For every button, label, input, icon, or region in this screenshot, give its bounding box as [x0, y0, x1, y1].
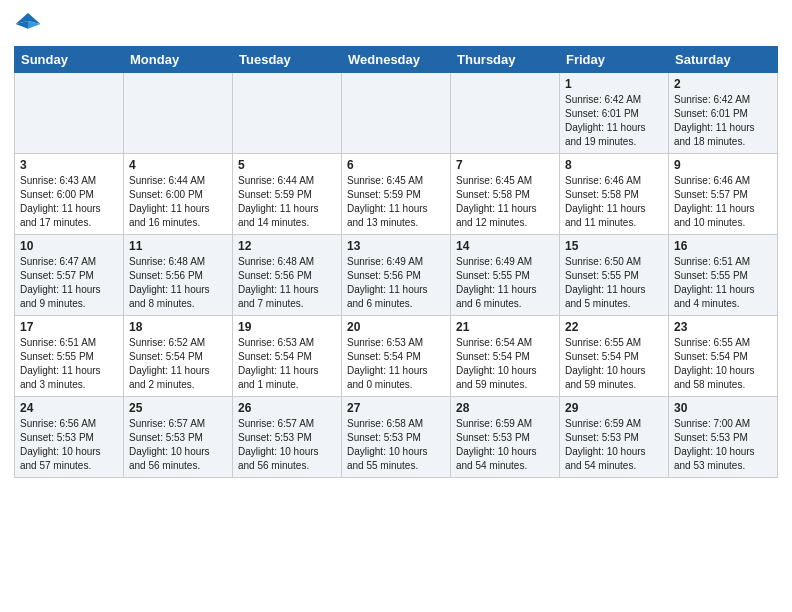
calendar-table: SundayMondayTuesdayWednesdayThursdayFrid…	[14, 46, 778, 478]
day-number: 14	[456, 239, 554, 253]
weekday-header-row: SundayMondayTuesdayWednesdayThursdayFrid…	[15, 47, 778, 73]
day-number: 23	[674, 320, 772, 334]
calendar-cell: 30Sunrise: 7:00 AM Sunset: 5:53 PM Dayli…	[669, 397, 778, 478]
calendar-cell	[233, 73, 342, 154]
calendar-cell: 2Sunrise: 6:42 AM Sunset: 6:01 PM Daylig…	[669, 73, 778, 154]
day-number: 3	[20, 158, 118, 172]
calendar-cell: 18Sunrise: 6:52 AM Sunset: 5:54 PM Dayli…	[124, 316, 233, 397]
calendar-cell: 23Sunrise: 6:55 AM Sunset: 5:54 PM Dayli…	[669, 316, 778, 397]
day-number: 16	[674, 239, 772, 253]
day-info: Sunrise: 6:48 AM Sunset: 5:56 PM Dayligh…	[238, 255, 336, 311]
day-number: 12	[238, 239, 336, 253]
day-info: Sunrise: 6:52 AM Sunset: 5:54 PM Dayligh…	[129, 336, 227, 392]
calendar-cell: 1Sunrise: 6:42 AM Sunset: 6:01 PM Daylig…	[560, 73, 669, 154]
calendar-cell: 12Sunrise: 6:48 AM Sunset: 5:56 PM Dayli…	[233, 235, 342, 316]
day-number: 18	[129, 320, 227, 334]
week-row-4: 17Sunrise: 6:51 AM Sunset: 5:55 PM Dayli…	[15, 316, 778, 397]
day-number: 27	[347, 401, 445, 415]
day-info: Sunrise: 6:42 AM Sunset: 6:01 PM Dayligh…	[565, 93, 663, 149]
week-row-5: 24Sunrise: 6:56 AM Sunset: 5:53 PM Dayli…	[15, 397, 778, 478]
day-info: Sunrise: 6:51 AM Sunset: 5:55 PM Dayligh…	[20, 336, 118, 392]
week-row-3: 10Sunrise: 6:47 AM Sunset: 5:57 PM Dayli…	[15, 235, 778, 316]
day-info: Sunrise: 6:42 AM Sunset: 6:01 PM Dayligh…	[674, 93, 772, 149]
logo-icon	[14, 10, 42, 38]
calendar-cell	[124, 73, 233, 154]
weekday-saturday: Saturday	[669, 47, 778, 73]
day-info: Sunrise: 6:59 AM Sunset: 5:53 PM Dayligh…	[565, 417, 663, 473]
day-info: Sunrise: 7:00 AM Sunset: 5:53 PM Dayligh…	[674, 417, 772, 473]
calendar-cell: 10Sunrise: 6:47 AM Sunset: 5:57 PM Dayli…	[15, 235, 124, 316]
day-info: Sunrise: 6:46 AM Sunset: 5:57 PM Dayligh…	[674, 174, 772, 230]
day-info: Sunrise: 6:44 AM Sunset: 5:59 PM Dayligh…	[238, 174, 336, 230]
day-info: Sunrise: 6:49 AM Sunset: 5:55 PM Dayligh…	[456, 255, 554, 311]
day-info: Sunrise: 6:55 AM Sunset: 5:54 PM Dayligh…	[565, 336, 663, 392]
day-number: 1	[565, 77, 663, 91]
day-info: Sunrise: 6:53 AM Sunset: 5:54 PM Dayligh…	[347, 336, 445, 392]
calendar-cell: 27Sunrise: 6:58 AM Sunset: 5:53 PM Dayli…	[342, 397, 451, 478]
day-number: 28	[456, 401, 554, 415]
header	[14, 10, 778, 38]
day-info: Sunrise: 6:58 AM Sunset: 5:53 PM Dayligh…	[347, 417, 445, 473]
day-info: Sunrise: 6:48 AM Sunset: 5:56 PM Dayligh…	[129, 255, 227, 311]
day-info: Sunrise: 6:59 AM Sunset: 5:53 PM Dayligh…	[456, 417, 554, 473]
calendar-cell: 11Sunrise: 6:48 AM Sunset: 5:56 PM Dayli…	[124, 235, 233, 316]
calendar-cell: 4Sunrise: 6:44 AM Sunset: 6:00 PM Daylig…	[124, 154, 233, 235]
day-info: Sunrise: 6:57 AM Sunset: 5:53 PM Dayligh…	[238, 417, 336, 473]
day-info: Sunrise: 6:56 AM Sunset: 5:53 PM Dayligh…	[20, 417, 118, 473]
calendar-cell: 26Sunrise: 6:57 AM Sunset: 5:53 PM Dayli…	[233, 397, 342, 478]
weekday-thursday: Thursday	[451, 47, 560, 73]
weekday-monday: Monday	[124, 47, 233, 73]
day-number: 9	[674, 158, 772, 172]
day-number: 22	[565, 320, 663, 334]
day-number: 30	[674, 401, 772, 415]
calendar-cell: 19Sunrise: 6:53 AM Sunset: 5:54 PM Dayli…	[233, 316, 342, 397]
calendar-cell: 20Sunrise: 6:53 AM Sunset: 5:54 PM Dayli…	[342, 316, 451, 397]
day-number: 24	[20, 401, 118, 415]
calendar-cell: 21Sunrise: 6:54 AM Sunset: 5:54 PM Dayli…	[451, 316, 560, 397]
day-info: Sunrise: 6:51 AM Sunset: 5:55 PM Dayligh…	[674, 255, 772, 311]
day-info: Sunrise: 6:47 AM Sunset: 5:57 PM Dayligh…	[20, 255, 118, 311]
week-row-1: 1Sunrise: 6:42 AM Sunset: 6:01 PM Daylig…	[15, 73, 778, 154]
day-info: Sunrise: 6:54 AM Sunset: 5:54 PM Dayligh…	[456, 336, 554, 392]
page: SundayMondayTuesdayWednesdayThursdayFrid…	[0, 0, 792, 488]
day-number: 6	[347, 158, 445, 172]
day-info: Sunrise: 6:50 AM Sunset: 5:55 PM Dayligh…	[565, 255, 663, 311]
calendar-cell: 15Sunrise: 6:50 AM Sunset: 5:55 PM Dayli…	[560, 235, 669, 316]
day-number: 26	[238, 401, 336, 415]
day-info: Sunrise: 6:49 AM Sunset: 5:56 PM Dayligh…	[347, 255, 445, 311]
calendar-cell: 25Sunrise: 6:57 AM Sunset: 5:53 PM Dayli…	[124, 397, 233, 478]
calendar-cell: 6Sunrise: 6:45 AM Sunset: 5:59 PM Daylig…	[342, 154, 451, 235]
day-info: Sunrise: 6:46 AM Sunset: 5:58 PM Dayligh…	[565, 174, 663, 230]
logo	[14, 10, 46, 38]
calendar-cell	[342, 73, 451, 154]
calendar-cell: 13Sunrise: 6:49 AM Sunset: 5:56 PM Dayli…	[342, 235, 451, 316]
day-number: 13	[347, 239, 445, 253]
calendar-cell: 8Sunrise: 6:46 AM Sunset: 5:58 PM Daylig…	[560, 154, 669, 235]
calendar-cell: 17Sunrise: 6:51 AM Sunset: 5:55 PM Dayli…	[15, 316, 124, 397]
day-number: 19	[238, 320, 336, 334]
weekday-tuesday: Tuesday	[233, 47, 342, 73]
calendar-cell	[15, 73, 124, 154]
calendar-cell: 7Sunrise: 6:45 AM Sunset: 5:58 PM Daylig…	[451, 154, 560, 235]
day-number: 8	[565, 158, 663, 172]
day-info: Sunrise: 6:53 AM Sunset: 5:54 PM Dayligh…	[238, 336, 336, 392]
day-number: 17	[20, 320, 118, 334]
day-number: 7	[456, 158, 554, 172]
day-info: Sunrise: 6:55 AM Sunset: 5:54 PM Dayligh…	[674, 336, 772, 392]
day-number: 21	[456, 320, 554, 334]
weekday-wednesday: Wednesday	[342, 47, 451, 73]
calendar-cell: 3Sunrise: 6:43 AM Sunset: 6:00 PM Daylig…	[15, 154, 124, 235]
calendar-cell: 14Sunrise: 6:49 AM Sunset: 5:55 PM Dayli…	[451, 235, 560, 316]
day-info: Sunrise: 6:45 AM Sunset: 5:59 PM Dayligh…	[347, 174, 445, 230]
day-number: 10	[20, 239, 118, 253]
calendar-cell: 28Sunrise: 6:59 AM Sunset: 5:53 PM Dayli…	[451, 397, 560, 478]
day-number: 2	[674, 77, 772, 91]
calendar-cell: 16Sunrise: 6:51 AM Sunset: 5:55 PM Dayli…	[669, 235, 778, 316]
calendar-cell: 29Sunrise: 6:59 AM Sunset: 5:53 PM Dayli…	[560, 397, 669, 478]
weekday-sunday: Sunday	[15, 47, 124, 73]
calendar-cell: 22Sunrise: 6:55 AM Sunset: 5:54 PM Dayli…	[560, 316, 669, 397]
calendar-cell: 24Sunrise: 6:56 AM Sunset: 5:53 PM Dayli…	[15, 397, 124, 478]
weekday-friday: Friday	[560, 47, 669, 73]
day-number: 29	[565, 401, 663, 415]
day-info: Sunrise: 6:43 AM Sunset: 6:00 PM Dayligh…	[20, 174, 118, 230]
